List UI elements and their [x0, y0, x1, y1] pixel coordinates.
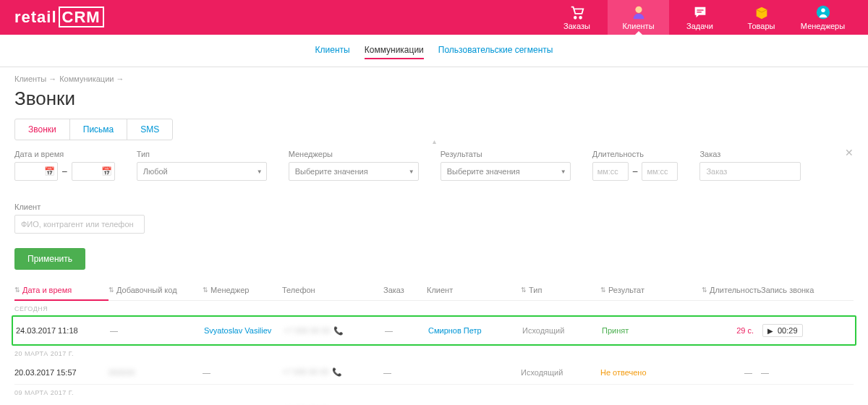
results-select[interactable]: Выберите значения — [441, 162, 571, 181]
nav-label: Менеджеры — [801, 22, 845, 30]
th-type[interactable]: Тип — [521, 286, 600, 294]
logo[interactable]: retailCRM — [14, 8, 104, 27]
nav-user[interactable]: Клиенты — [608, 0, 669, 35]
client-input[interactable] — [14, 215, 145, 234]
table-row[interactable]: 09.03.2017 13:41891888—+7 000 00 00📞—Сми… — [14, 399, 854, 405]
svg-rect-3 — [697, 9, 703, 10]
filter-managers-label: Менеджеры — [289, 150, 419, 158]
content: Клиенты →Коммуникации → Звонки ЗвонкиПис… — [0, 67, 868, 405]
subnav-item[interactable]: Коммуникации — [365, 42, 424, 59]
nav-avatar[interactable]: Менеджеры — [792, 0, 854, 35]
date-to-input[interactable] — [72, 162, 115, 181]
cell-manager: Svyatoslav Vasiliev — [204, 326, 284, 335]
group-header: 20 МАРТА 2017 Г. — [14, 346, 854, 360]
close-filters-icon[interactable]: ✕ — [845, 147, 854, 158]
filter-results-label: Результаты — [441, 150, 571, 158]
filter-duration-label: Длительность — [592, 150, 678, 158]
th-result[interactable]: Результат — [600, 286, 702, 294]
phone-blur: +7 000 00 00 — [284, 326, 331, 335]
filter-results: Результаты Выберите значения▼ — [441, 150, 571, 181]
filter-client: Клиент — [14, 202, 854, 234]
cell-phone: +7 000 00 00📞 — [284, 326, 385, 336]
subnav-item[interactable]: Клиенты — [315, 42, 350, 59]
svg-rect-4 — [697, 12, 701, 12]
th-manager[interactable]: Менеджер — [203, 286, 282, 294]
recording-player[interactable]: ▶00:29 — [762, 324, 803, 337]
svg-point-6 — [821, 9, 825, 13]
nav-chat[interactable]: Задачи — [669, 0, 731, 35]
tab-SMS[interactable]: SMS — [127, 119, 172, 140]
order-input[interactable] — [699, 162, 801, 181]
nav-label: Заказы — [563, 22, 590, 30]
nav-label: Товары — [748, 22, 775, 30]
type-select[interactable]: Любой — [137, 162, 267, 181]
cell-date: 24.03.2017 11:18 — [16, 326, 110, 335]
cell-phone: +7 000 00 00📞 — [282, 367, 383, 377]
date-from-input[interactable] — [14, 162, 58, 181]
group-header: СЕГОДНЯ — [14, 301, 854, 315]
phone-icon[interactable]: 📞 — [332, 367, 342, 376]
th-duration[interactable]: Длительность — [702, 286, 752, 294]
filters: ✕ Дата и время 📅 – 📅 Тип Любой▼ Менеджер… — [14, 150, 854, 234]
th-code[interactable]: Добавочный код — [109, 286, 203, 294]
group-header: 09 МАРТА 2017 Г. — [14, 385, 854, 399]
client-link[interactable]: Смирнов Петр — [428, 326, 482, 335]
nav-label: Задачи — [686, 22, 713, 30]
subnav: КлиентыКоммуникацииПользовательские сегм… — [0, 35, 868, 67]
th-phone[interactable]: Телефон — [282, 286, 383, 294]
nav-box[interactable]: Товары — [731, 0, 792, 35]
cell-client: Смирнов Петр — [428, 326, 522, 335]
table-header: Дата и время Добавочный код Менеджер Тел… — [14, 280, 854, 301]
filter-type: Тип Любой▼ — [137, 150, 267, 181]
filter-date: Дата и время 📅 – 📅 — [14, 150, 115, 181]
th-order[interactable]: Заказ — [383, 286, 427, 294]
filter-duration: Длительность – — [592, 150, 678, 181]
apply-button[interactable]: Применить — [14, 248, 85, 270]
manager-link[interactable]: Svyatoslav Vasiliev — [204, 326, 271, 335]
subnav-item[interactable]: Пользовательские сегменты — [438, 42, 553, 59]
breadcrumb-item[interactable]: Клиенты → — [14, 74, 56, 83]
cell-code: — — [110, 326, 204, 335]
cell-recording: ▶00:29 — [754, 324, 826, 337]
cell-duration: — — [702, 368, 752, 377]
table-row[interactable]: 24.03.2017 11:18—Svyatoslav Vasiliev+7 0… — [12, 315, 856, 346]
box-icon — [754, 4, 770, 20]
filter-order-label: Заказ — [699, 150, 801, 158]
filter-managers: Менеджеры Выберите значения▼ — [289, 150, 419, 181]
filter-type-label: Тип — [137, 150, 267, 158]
duration-to-input[interactable] — [642, 162, 678, 181]
th-client[interactable]: Клиент — [427, 286, 521, 294]
logo-crm: CRM — [59, 7, 104, 27]
svg-point-1 — [579, 17, 582, 19]
cell-duration: 29 с. — [703, 326, 754, 335]
user-icon — [631, 4, 647, 20]
dash: – — [633, 166, 638, 176]
phone-icon[interactable]: 📞 — [333, 326, 344, 335]
duration-from-input[interactable] — [592, 162, 629, 181]
logo-text: retail — [14, 8, 57, 26]
breadcrumb: Клиенты →Коммуникации → — [14, 74, 854, 83]
chat-icon — [692, 4, 708, 20]
filter-order: Заказ — [699, 150, 801, 181]
cell-result: Не отвечено — [600, 368, 702, 377]
nav-cart[interactable]: Заказы — [546, 0, 608, 35]
table-row[interactable]: 20.03.2017 15:57000000—+7 000 00 00📞—Исх… — [14, 360, 854, 385]
tabs: ЗвонкиПисьмаSMS — [14, 119, 173, 140]
cell-code: 000000 — [109, 368, 203, 377]
cell-result: Принят — [602, 326, 703, 335]
play-icon: ▶ — [767, 327, 773, 335]
cell-order: — — [383, 368, 427, 377]
svg-point-0 — [574, 17, 576, 19]
cell-date: 20.03.2017 15:57 — [14, 368, 109, 377]
filter-date-label: Дата и время — [14, 150, 115, 158]
tab-Письма[interactable]: Письма — [70, 119, 128, 140]
managers-select[interactable]: Выберите значения — [289, 162, 419, 181]
cell-order: — — [385, 326, 428, 335]
breadcrumb-item[interactable]: Коммуникации → — [59, 74, 124, 83]
cell-recording: — — [752, 368, 825, 377]
cart-icon — [569, 4, 585, 20]
cell-type: Исходящий — [521, 368, 600, 377]
tab-Звонки[interactable]: Звонки — [15, 119, 70, 140]
th-recording[interactable]: Запись звонка — [752, 286, 825, 294]
th-date[interactable]: Дата и время — [14, 286, 109, 301]
